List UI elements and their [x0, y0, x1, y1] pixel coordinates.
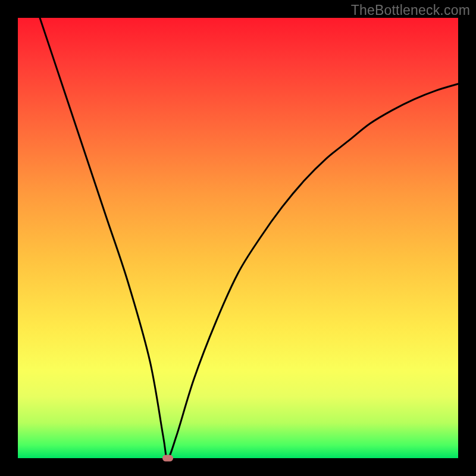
chart-frame: TheBottleneck.com	[0, 0, 476, 476]
bottleneck-curve	[40, 18, 458, 458]
optimal-point-marker	[162, 455, 173, 462]
curve-layer	[18, 18, 458, 458]
plot-area	[18, 18, 458, 458]
watermark-text: TheBottleneck.com	[351, 2, 470, 18]
